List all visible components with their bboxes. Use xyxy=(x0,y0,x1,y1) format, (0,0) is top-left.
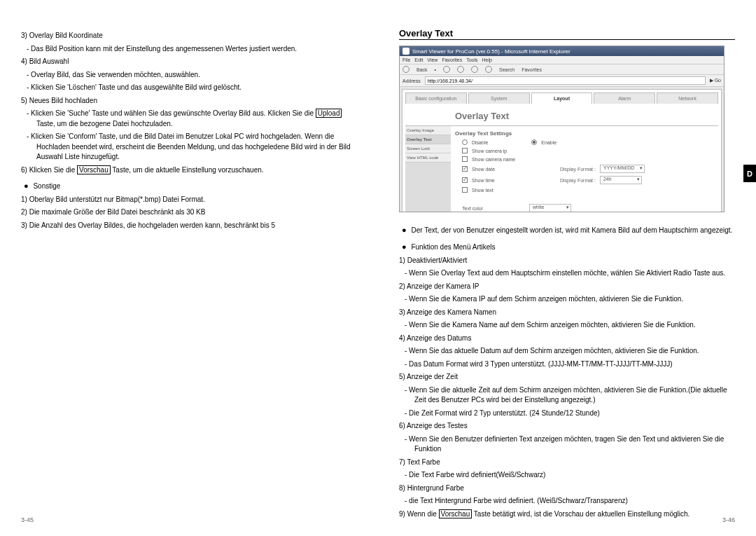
menu-item[interactable]: View xyxy=(427,57,438,62)
radio-enable[interactable] xyxy=(531,139,537,145)
tab-alarm[interactable]: Alarm xyxy=(594,92,655,104)
menu-item[interactable]: Tools xyxy=(466,57,477,62)
list-sub: - die Text Hintergrund Farbe wird defini… xyxy=(414,496,735,507)
main-tabs[interactable]: Basic configurationSystemLayoutAlarmNetw… xyxy=(405,92,718,104)
side-tab: D xyxy=(743,165,756,182)
forward-icon[interactable] xyxy=(443,66,450,73)
text-color-select[interactable]: white xyxy=(529,204,571,212)
tab-basic configuration[interactable]: Basic configuration xyxy=(405,92,467,104)
left-content: 3) Overlay Bild Koordinate- Das Bild Pos… xyxy=(21,28,357,233)
option-row: Show camera ip xyxy=(462,148,714,153)
option-row: Show camera name xyxy=(462,156,714,162)
list-sub: - Die Zeit Format wird 2 Typ unterstützt… xyxy=(414,408,735,419)
sidebar-item[interactable]: View HTML code xyxy=(405,153,451,163)
inline-button: Vorschau xyxy=(77,165,111,174)
window-menubar[interactable]: FileEditViewFavoritesToolsHelp xyxy=(400,56,724,64)
text-color-label: Text color xyxy=(462,206,525,211)
right-page: Overlay Text Smart Viewer for ProCon (ve… xyxy=(378,0,756,536)
checkbox[interactable] xyxy=(462,156,468,162)
option-row: Show dateDisplay Format : YYYY/MM/DD xyxy=(462,165,714,173)
list-sub: - Wenn Sie die Kamera IP auf dem Schirm … xyxy=(414,294,735,305)
option-label: Show camera ip xyxy=(472,149,535,153)
sidebar-item[interactable]: Screen Lock xyxy=(405,144,451,153)
bullet-item: ● Sonstige xyxy=(24,181,357,192)
menu-item[interactable]: Favorites xyxy=(442,57,462,62)
app-screenshot: Smart Viewer for ProCon (ver.0.55) - Mic… xyxy=(399,46,724,212)
list-sub: - Wenn Sie das aktuelle Datum auf dem Sc… xyxy=(414,346,735,357)
side-nav[interactable]: Overlay ImageOverlay TextScreen LockView… xyxy=(405,126,451,212)
section-heading: Overlay Text xyxy=(399,28,735,40)
right-content: ● Der Text, der von Benutzer eingestellt… xyxy=(399,219,735,522)
list-item: 6) Anzeige des Testes xyxy=(409,421,735,432)
list-sub: - Overlay Bild, das Sie verwenden möchte… xyxy=(36,70,357,81)
list-item: 1) Deaktiviert/Aktiviert xyxy=(409,256,735,266)
refresh-icon[interactable] xyxy=(471,66,478,73)
app-icon xyxy=(402,48,410,55)
list-sub: - Klicken Sie 'Suche' Taste und wählen S… xyxy=(36,109,357,129)
window-titlebar: Smart Viewer for ProCon (ver.0.55) - Mic… xyxy=(400,46,724,56)
list-sub: - Das Bild Position kann mit der Einstel… xyxy=(36,44,357,55)
panel-title: Overlay Text Settings xyxy=(455,130,714,137)
checkbox[interactable] xyxy=(462,166,468,172)
tab-layout[interactable]: Layout xyxy=(531,92,593,104)
bullet-item: ● Funktion des Menü Artikels xyxy=(402,242,735,253)
checkbox[interactable] xyxy=(462,177,468,183)
radio-disable-label: Disable xyxy=(472,140,488,145)
stop-icon[interactable] xyxy=(457,66,464,73)
option-row: Show text xyxy=(462,187,714,193)
radio-disable[interactable] xyxy=(462,139,468,145)
bullet-item: ● Der Text, der von Benutzer eingestellt… xyxy=(402,225,735,236)
list-item: 2) Anzeige der Kamera IP xyxy=(409,282,735,292)
inline-button: Upload xyxy=(316,109,342,118)
toolbar-back[interactable]: Back xyxy=(416,67,428,72)
radio-enable-label: Enable xyxy=(541,140,556,145)
list-item: 4) Anzeige des Datums xyxy=(409,334,735,344)
sidebar-item[interactable]: Overlay Text xyxy=(405,135,451,144)
list-item: 5) Neues Bild hochladen xyxy=(31,96,357,106)
list-sub: - Wenn Sie die Kamera Name auf dem Schir… xyxy=(414,320,735,331)
list-sub: - Klicken Sie 'Löschen' Taste und das au… xyxy=(36,83,357,93)
list-item: 3) Die Anzahl des Overlay Bildes, die ho… xyxy=(31,221,357,231)
format-select[interactable]: 24h xyxy=(600,176,642,184)
window-toolbar[interactable]: Back • Search Favorites xyxy=(400,64,724,75)
menu-item[interactable]: Edit xyxy=(414,57,423,62)
page-number-right: 3-46 xyxy=(722,516,735,523)
tab-network[interactable]: Network xyxy=(657,92,718,104)
list-item: 9) Wenn die Vorschau Taste betätigt wird… xyxy=(409,509,735,520)
list-item: 8) Hintergrund Farbe xyxy=(409,483,735,494)
settings-panel: Overlay Text Settings Disable Enable Sho… xyxy=(451,126,718,212)
list-sub: - Das Datum Format wird 3 Typen unterstü… xyxy=(414,359,735,370)
list-item: 5) Anzeige der Zeit xyxy=(409,372,735,383)
option-label: Show camera name xyxy=(472,157,535,162)
home-icon[interactable] xyxy=(485,66,492,73)
toolbar-search[interactable]: Search xyxy=(499,67,514,72)
list-sub: - Klicken Sie 'Conform' Taste, und die B… xyxy=(36,132,357,163)
checkbox[interactable] xyxy=(462,148,468,153)
option-row: Show timeDisplay Format : 24h xyxy=(462,176,714,184)
address-label: Address xyxy=(402,78,421,83)
back-icon[interactable] xyxy=(402,66,410,73)
address-input[interactable] xyxy=(425,76,706,85)
list-item: 1) Oberlay Bild unterstützt nur Bitmap(*… xyxy=(31,195,357,205)
list-item: 6) Klicken Sie die Vorschau Taste, um di… xyxy=(31,165,357,176)
option-label: Show text xyxy=(472,188,535,193)
address-bar[interactable]: Address ▶ Go xyxy=(400,75,724,87)
list-sub: - Die Text Farbe wird definiert(Weiß/Sch… xyxy=(414,470,735,481)
toolbar-favorites[interactable]: Favorites xyxy=(522,67,542,72)
tab-system[interactable]: System xyxy=(468,92,530,104)
go-icon[interactable]: ▶ Go xyxy=(710,78,721,83)
list-sub: - Wenn Sie die aktuelle Zeit auf dem Sch… xyxy=(414,385,735,406)
left-page: 3) Overlay Bild Koordinate- Das Bild Pos… xyxy=(0,0,378,536)
sidebar-item[interactable]: Overlay Image xyxy=(405,126,451,135)
format-select[interactable]: YYYY/MM/DD xyxy=(600,165,645,173)
menu-item[interactable]: Help xyxy=(482,57,492,62)
menu-item[interactable]: File xyxy=(402,57,410,62)
inline-button: Vorschau xyxy=(439,509,472,518)
list-item: 2) Die maximale Größe der Bild Datei bes… xyxy=(31,207,357,218)
option-label: Show date xyxy=(472,167,535,172)
viewer-body: Basic configurationSystemLayoutAlarmNetw… xyxy=(402,89,722,212)
list-item: 3) Overlay Bild Koordinate xyxy=(31,31,357,41)
format-label: Display Format : xyxy=(560,178,596,183)
format-label: Display Format : xyxy=(560,167,596,172)
checkbox[interactable] xyxy=(462,187,468,193)
